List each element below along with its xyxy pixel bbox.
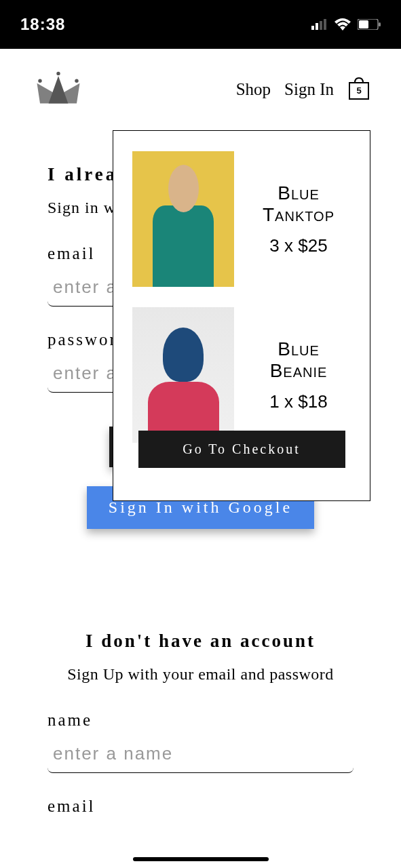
logo[interactable] bbox=[34, 69, 83, 110]
svg-rect-5 bbox=[359, 20, 368, 28]
header: Shop Sign In 5 bbox=[0, 49, 401, 123]
cart-item: Blue Tanktop 3 x $25 bbox=[113, 151, 370, 287]
checkout-button[interactable]: Go To Checkout bbox=[138, 431, 345, 468]
signup-section: I don't have an account Sign Up with you… bbox=[47, 631, 354, 816]
cart-count: 5 bbox=[356, 85, 361, 96]
home-indicator[interactable] bbox=[133, 857, 269, 861]
cart-item-price: 3 x $25 bbox=[246, 235, 351, 256]
status-bar: 18:38 bbox=[0, 0, 401, 49]
svg-rect-1 bbox=[316, 23, 318, 30]
svg-rect-6 bbox=[379, 22, 381, 26]
product-image bbox=[132, 151, 234, 287]
cart-item-name: Blue Tanktop bbox=[246, 182, 351, 226]
wifi-icon bbox=[335, 18, 351, 31]
product-image bbox=[132, 307, 234, 443]
svg-marker-11 bbox=[49, 76, 69, 104]
svg-rect-0 bbox=[311, 26, 314, 30]
nav-shop[interactable]: Shop bbox=[236, 80, 271, 99]
svg-point-8 bbox=[56, 72, 60, 75]
svg-point-9 bbox=[75, 79, 78, 83]
status-icons bbox=[311, 18, 381, 31]
cart-dropdown: Blue Tanktop 3 x $25 Blue Beanie 1 x $18… bbox=[113, 130, 370, 501]
nav: Shop Sign In 5 bbox=[236, 76, 370, 103]
nav-sign-in[interactable]: Sign In bbox=[284, 80, 334, 99]
svg-point-7 bbox=[38, 79, 41, 83]
battery-icon bbox=[358, 19, 381, 30]
cart-item: Blue Beanie 1 x $18 bbox=[113, 307, 370, 443]
crown-icon bbox=[34, 69, 83, 107]
cellular-icon bbox=[311, 19, 328, 30]
name-label: name bbox=[47, 711, 354, 730]
svg-rect-3 bbox=[324, 19, 326, 30]
cart-button[interactable]: 5 bbox=[347, 76, 370, 103]
cart-item-price: 1 x $18 bbox=[246, 391, 351, 412]
svg-rect-2 bbox=[320, 21, 322, 30]
signup-subtitle: Sign Up with your email and password bbox=[47, 665, 354, 684]
signup-title: I don't have an account bbox=[47, 631, 354, 652]
name-field[interactable] bbox=[47, 735, 354, 773]
cart-item-name: Blue Beanie bbox=[246, 338, 351, 382]
status-time: 18:38 bbox=[20, 15, 65, 34]
signup-email-label: email bbox=[47, 797, 354, 816]
